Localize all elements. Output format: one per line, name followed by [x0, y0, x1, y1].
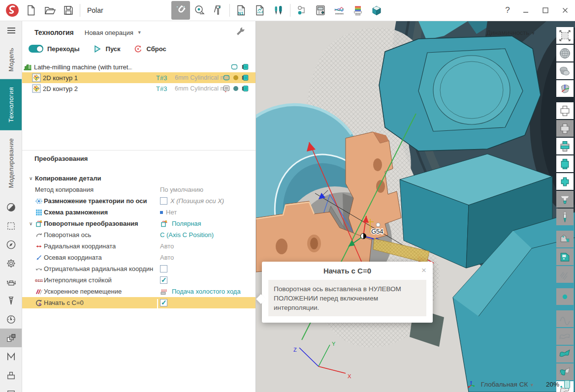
sidebar-contrast-button[interactable] [0, 198, 22, 216]
sidebar-drill-button[interactable] [0, 291, 22, 310]
param-row[interactable]: Ускоренное перемещениеПодача холостого х… [22, 286, 256, 297]
caliper-button[interactable] [209, 1, 227, 20]
tree-row[interactable]: 2D контур 2T#36mm Cylindrical mill [22, 83, 256, 94]
param-row[interactable]: G111Интерполяция стойкой [22, 274, 256, 286]
fit-view-button[interactable] [556, 27, 574, 44]
sidebar-selection-button[interactable] [0, 216, 22, 235]
param-checkbox[interactable] [160, 197, 167, 205]
machine-node-button[interactable] [292, 1, 311, 20]
run-button[interactable]: Пуск [93, 44, 121, 54]
wrench-icon[interactable] [235, 26, 246, 37]
sidebar-part-button[interactable] [0, 366, 22, 385]
open-file-button[interactable] [40, 1, 59, 20]
layers-button[interactable] [349, 1, 367, 20]
chevron-expand-icon[interactable]: ∨ [29, 221, 35, 226]
param-row[interactable]: Схема размноженияНет [22, 207, 256, 218]
box-3d-button[interactable] [367, 1, 386, 20]
param-row[interactable]: ∨Поворотные преобразованияПолярная [22, 218, 256, 229]
graphs-button[interactable] [330, 1, 349, 20]
report-button[interactable] [251, 1, 269, 20]
sidebar-tab-2[interactable]: Технология [0, 79, 22, 130]
new-operation-dropdown[interactable]: Новая операция▼ [85, 29, 142, 36]
param-checkbox[interactable] [160, 265, 167, 272]
part-simple-button[interactable] [556, 62, 574, 79]
flag-half-button[interactable] [556, 363, 574, 380]
param-row[interactable]: Радиальная координатаАвто [22, 241, 256, 252]
param-row[interactable]: Поворотная осьC (Axis C Position) [22, 229, 256, 241]
reset-button[interactable]: Сброс [133, 44, 166, 54]
param-value-text[interactable]: C (Axis C Position) [160, 231, 214, 239]
param-value-text[interactable]: Нет [166, 209, 177, 216]
param-row[interactable]: Метод копированияПо умолчанию [22, 184, 256, 195]
machine-fixture-button[interactable] [556, 231, 574, 247]
tool-drill-button[interactable] [556, 209, 574, 225]
shaded-globe-button[interactable] [556, 45, 574, 61]
sidebar-gauge-button[interactable] [0, 310, 22, 329]
machine-body-button[interactable] [556, 248, 574, 265]
monitor-icon[interactable] [241, 74, 249, 82]
sidebar-tab-1[interactable]: Модель [0, 40, 22, 79]
monitor-icon[interactable] [241, 63, 249, 71]
part-axes-button[interactable] [556, 80, 574, 97]
transitions-toggle[interactable]: Переходы [22, 45, 80, 53]
docs-icon[interactable] [223, 85, 230, 92]
help-button[interactable]: ? [499, 5, 516, 15]
param-checkbox[interactable] [160, 299, 167, 306]
workpiece-teal-small-button[interactable] [556, 173, 574, 190]
sidebar-settings-button[interactable] [0, 254, 22, 272]
tools-button[interactable] [269, 1, 288, 20]
workpiece-outline-button[interactable] [556, 102, 574, 119]
sidebar-compass-button[interactable] [0, 235, 22, 254]
3d-viewport[interactable]: G54 Z Y X Динамичность ▼ Глобальная СК ▼ [256, 21, 575, 392]
flag-filled-button[interactable] [556, 346, 574, 362]
tooltip-close-icon[interactable]: × [420, 266, 428, 275]
sidebar-tab-3[interactable]: Моделирование [0, 130, 22, 196]
param-row[interactable]: Осевая координатаАвто [22, 252, 256, 263]
sidebar-stock-button[interactable] [0, 272, 22, 291]
param-value-text[interactable]: Полярная [172, 220, 201, 227]
curve-wave-button[interactable] [556, 310, 574, 327]
workpiece-teal-small-icon [558, 175, 572, 188]
close-button[interactable] [555, 1, 575, 20]
csys-dropdown[interactable]: Глобальная СК ▼ [481, 381, 534, 388]
menu-icon[interactable] [0, 21, 22, 40]
new-file-button[interactable] [22, 1, 40, 20]
sidebar-material-button[interactable] [0, 347, 22, 366]
sidebar-square-button[interactable] [0, 385, 22, 392]
param-row[interactable]: 0Начать с C=0 [22, 297, 256, 308]
param-value-text[interactable]: X (Позиция оси X) [170, 197, 224, 205]
fixture-cone-button[interactable] [556, 191, 574, 208]
tool-description: 6mm Cylindrical mill [175, 74, 229, 81]
zoom-level[interactable]: 20% [546, 381, 559, 388]
toolpath-hatch-button[interactable] [556, 266, 574, 283]
magnet-button[interactable] [171, 1, 190, 20]
sidebar-transform-button[interactable] [0, 329, 22, 347]
maximize-button[interactable] [536, 1, 555, 20]
shape-icon[interactable] [230, 63, 238, 71]
monitor-icon[interactable] [241, 85, 249, 92]
csys-icon [466, 379, 476, 389]
minimize-button[interactable] [516, 1, 536, 20]
workpiece-teal-button[interactable] [556, 155, 574, 172]
surface-waves-button[interactable] [556, 328, 574, 345]
workpiece-gray-button[interactable] [556, 120, 574, 137]
nc-program-button[interactable]: N1 [232, 1, 251, 20]
measure-tape-button[interactable] [190, 1, 209, 20]
param-value-text[interactable]: Авто [160, 242, 174, 250]
tree-row[interactable]: 2D контур 1T#36mm Cylindrical mill [22, 72, 256, 83]
dynamics-overlay-dropdown[interactable]: Динамичность ▼ [486, 29, 536, 36]
param-checkbox[interactable] [160, 276, 167, 284]
point-marker-button[interactable] [556, 288, 574, 305]
param-value-text[interactable]: По умолчанию [160, 186, 203, 193]
param-row[interactable]: Размножение траектории по осиX (Позиция … [22, 195, 256, 207]
workpiece-half-teal-button[interactable] [556, 138, 574, 154]
control-panel-button[interactable] [311, 1, 330, 20]
param-row[interactable]: ∨Копирование детали [22, 173, 256, 184]
chevron-expand-icon[interactable]: ∨ [29, 176, 35, 181]
param-row[interactable]: Отрицательная радиальная координ [22, 263, 256, 274]
save-file-button[interactable] [59, 1, 78, 20]
param-value-text[interactable]: Авто [160, 254, 174, 261]
tree-row[interactable]: Lathe-milling machine (with turret... [22, 61, 256, 72]
shape-icon[interactable] [223, 74, 230, 82]
param-value-text[interactable]: Подача холостого хода [172, 288, 241, 295]
